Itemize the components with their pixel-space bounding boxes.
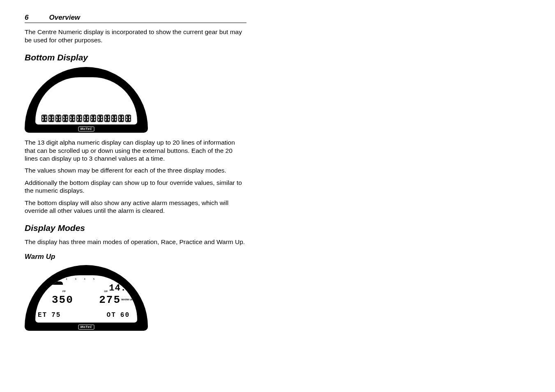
- svg-rect-117: [105, 115, 109, 115]
- fp-label: FP: [62, 290, 66, 293]
- svg-rect-32: [60, 118, 61, 122]
- svg-rect-55: [69, 115, 70, 118]
- svg-rect-159: [125, 115, 126, 118]
- bottom-right-readout: OT 60: [107, 311, 130, 319]
- svg-rect-37: [58, 115, 59, 118]
- svg-rect-30: [60, 115, 61, 118]
- tach-tick-labels: 012345: [42, 278, 95, 281]
- voltage-readout: 14.0: [109, 283, 132, 294]
- svg-rect-76: [79, 115, 80, 118]
- segment-char-icon: [97, 115, 103, 122]
- svg-rect-158: [126, 121, 130, 122]
- et-value: 75: [51, 311, 61, 319]
- ot-label: OT: [107, 311, 116, 319]
- segment-char-icon: [111, 115, 117, 122]
- segment-char-icon: [48, 115, 54, 122]
- bd-para-1: The 13 digit alpha numeric display can d…: [25, 138, 246, 162]
- svg-rect-15: [49, 121, 53, 122]
- section-heading-display-modes: Display Modes: [25, 223, 246, 233]
- svg-rect-44: [62, 118, 63, 122]
- svg-rect-146: [118, 115, 119, 118]
- bd-para-3: Additionally the bottom display can show…: [25, 179, 246, 195]
- svg-rect-118: [105, 118, 109, 119]
- svg-rect-156: [126, 115, 130, 115]
- op-label: OP: [104, 290, 108, 293]
- bd-para-2: The values shown may be different for ea…: [25, 166, 246, 174]
- svg-rect-89: [86, 115, 87, 118]
- svg-rect-2: [42, 121, 46, 122]
- alphanumeric-row: [39, 115, 134, 122]
- svg-rect-50: [65, 115, 66, 118]
- figure-bottom-display: MoTeC: [25, 67, 246, 133]
- op-value: 275: [99, 293, 121, 307]
- svg-rect-3: [41, 115, 42, 118]
- svg-rect-42: [62, 115, 63, 118]
- svg-rect-104: [98, 115, 102, 115]
- svg-rect-25: [51, 119, 52, 121]
- svg-rect-84: [88, 118, 89, 122]
- svg-rect-143: [119, 115, 123, 115]
- svg-rect-64: [72, 119, 73, 121]
- section-heading-bottom-display: Bottom Display: [25, 52, 246, 63]
- svg-rect-142: [114, 119, 115, 121]
- svg-rect-109: [97, 118, 98, 122]
- svg-rect-71: [81, 118, 82, 122]
- page-header: 6 Overview: [25, 13, 246, 23]
- svg-rect-94: [90, 115, 91, 118]
- brand-label: MoTeC: [78, 127, 94, 131]
- svg-rect-67: [77, 121, 81, 122]
- svg-rect-128: [107, 115, 108, 118]
- segment-char-icon: [104, 115, 110, 122]
- bottom-left-readout: ET 75: [38, 311, 61, 319]
- svg-rect-147: [123, 115, 124, 118]
- svg-rect-54: [70, 121, 74, 122]
- svg-rect-122: [104, 118, 105, 122]
- svg-rect-149: [123, 118, 124, 122]
- svg-rect-41: [63, 121, 67, 122]
- svg-rect-79: [84, 118, 88, 119]
- intro-paragraph: The Centre Numeric display is incorporat…: [25, 28, 246, 44]
- svg-rect-168: [128, 119, 129, 121]
- dash-screen-warmup: 012345 6 14.0 FP OP 350 275 WARM UP ET 7…: [35, 275, 137, 323]
- svg-rect-103: [93, 119, 94, 121]
- svg-rect-58: [74, 118, 75, 122]
- svg-rect-51: [65, 119, 66, 121]
- svg-rect-6: [46, 118, 47, 122]
- svg-rect-107: [97, 115, 98, 118]
- svg-rect-1: [42, 118, 46, 119]
- svg-rect-0: [42, 115, 46, 115]
- svg-rect-56: [74, 115, 75, 118]
- svg-rect-167: [128, 115, 129, 118]
- svg-rect-160: [130, 115, 131, 118]
- svg-rect-45: [67, 118, 68, 122]
- svg-rect-162: [130, 118, 131, 122]
- mode-label: WARM UP: [121, 298, 133, 302]
- svg-rect-120: [104, 115, 105, 118]
- fp-value: 350: [52, 293, 74, 307]
- svg-rect-53: [70, 118, 74, 119]
- svg-rect-18: [48, 118, 49, 122]
- svg-rect-116: [100, 119, 101, 121]
- svg-rect-154: [121, 115, 122, 118]
- svg-rect-38: [58, 119, 59, 121]
- dash-bezel: MoTeC: [25, 67, 148, 133]
- svg-rect-110: [102, 118, 103, 122]
- tach-tick: 3: [75, 278, 76, 281]
- dm-para-1: The display has three main modes of oper…: [25, 238, 246, 246]
- segment-char-icon: [41, 115, 47, 122]
- svg-rect-39: [63, 115, 67, 115]
- svg-rect-130: [112, 115, 116, 115]
- svg-rect-5: [41, 118, 42, 122]
- svg-rect-134: [116, 115, 117, 118]
- svg-rect-28: [56, 121, 60, 122]
- svg-rect-13: [49, 115, 53, 115]
- segment-char-icon: [118, 115, 124, 122]
- svg-rect-105: [98, 118, 102, 119]
- ot-value: 60: [120, 311, 130, 319]
- svg-rect-144: [119, 118, 123, 119]
- svg-rect-40: [63, 118, 67, 119]
- svg-rect-26: [56, 115, 60, 115]
- segment-char-icon: [62, 115, 68, 122]
- svg-rect-131: [112, 118, 116, 119]
- svg-rect-132: [112, 121, 116, 122]
